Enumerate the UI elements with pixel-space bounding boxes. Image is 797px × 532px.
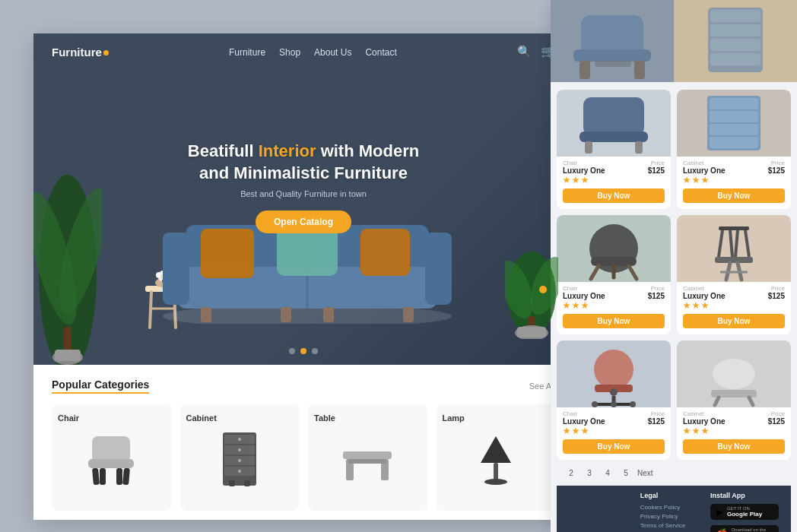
svg-rect-77 — [635, 141, 643, 154]
hero-dot-3[interactable] — [312, 348, 318, 354]
page-5[interactable]: 5 — [619, 466, 633, 480]
svg-line-91 — [730, 230, 732, 257]
hero-title-accent: Interior — [259, 141, 316, 160]
buy-now-btn-3[interactable]: Buy Now — [563, 314, 665, 328]
svg-rect-76 — [585, 141, 592, 154]
product-name-price-row-1: Luxury One $125 — [563, 166, 665, 175]
svg-rect-75 — [579, 131, 648, 142]
star-1-3 — [581, 176, 589, 184]
product-hero-strip — [551, 0, 797, 82]
svg-rect-54 — [244, 480, 250, 486]
svg-rect-30 — [403, 307, 414, 322]
star-2-1 — [683, 176, 691, 184]
svg-rect-82 — [710, 137, 758, 148]
product-stars-1 — [563, 176, 665, 184]
category-lamp-img — [465, 429, 526, 489]
nav-shop[interactable]: Shop — [279, 45, 300, 59]
nav-furniture-link[interactable]: Furniture — [229, 47, 265, 58]
svg-rect-73 — [674, 0, 797, 82]
nav-shop-link[interactable]: Shop — [279, 47, 300, 58]
svg-rect-29 — [323, 307, 334, 322]
footer-legal-title: Legal — [640, 492, 687, 499]
search-icon[interactable]: 🔍 — [517, 45, 532, 59]
svg-rect-5 — [55, 350, 81, 361]
product-info-2: Cabinet Price Luxury One $125 — [677, 157, 791, 184]
category-table-img — [337, 429, 398, 489]
svg-rect-41 — [122, 468, 130, 486]
product-name-price-row-5: Luxury One $125 — [563, 417, 665, 426]
nav-about[interactable]: About Us — [314, 45, 351, 59]
footer-legal-col: Legal Cookies Policy Privacy Policy Term… — [640, 492, 687, 532]
product-labels-4: Cabinet Price — [683, 285, 785, 292]
buy-now-btn-6[interactable]: Buy Now — [683, 439, 785, 454]
product-stars-2 — [683, 176, 785, 184]
svg-rect-88 — [719, 226, 749, 230]
nav-about-link[interactable]: About Us — [314, 47, 351, 58]
svg-rect-40 — [92, 468, 100, 486]
google-play-badge[interactable]: ▶ GET IT ON Google Play — [710, 504, 779, 520]
product-card-1[interactable]: Chair Price Luxury One $125 Buy Now — [557, 90, 671, 209]
footer-terms[interactable]: Terms of Service — [640, 522, 687, 529]
buy-now-btn-5[interactable]: Buy Now — [563, 439, 665, 454]
category-lamp-name: Lamp — [443, 413, 465, 423]
category-table[interactable]: Table — [308, 404, 427, 511]
svg-rect-74 — [583, 97, 644, 135]
logo[interactable]: Furniture — [52, 46, 109, 59]
svg-rect-24 — [201, 229, 254, 278]
nav-contact[interactable]: Contact — [365, 45, 396, 59]
svg-rect-21 — [163, 233, 189, 305]
svg-rect-43 — [116, 468, 122, 485]
open-catalog-button[interactable]: Open Catalog — [256, 211, 351, 233]
product-img-1 — [557, 90, 671, 157]
svg-rect-55 — [343, 451, 392, 459]
product-price-2: $125 — [768, 166, 785, 175]
hero-dot-2[interactable] — [300, 348, 306, 354]
nav-furniture[interactable]: Furniture — [229, 45, 265, 59]
product-info-1: Chair Price Luxury One $125 — [557, 157, 671, 184]
product-card-2[interactable]: Cabinet Price Luxury One $125 Buy Now — [677, 90, 791, 209]
footer-cookies[interactable]: Cookies Policy — [640, 504, 687, 511]
price-label-6: Price — [771, 410, 785, 417]
buy-now-btn-1[interactable]: Buy Now — [563, 188, 665, 203]
hero-content: Beatifull Interior with Modern and Minim… — [188, 141, 419, 233]
page-2[interactable]: 2 — [564, 466, 578, 480]
product-img-3 — [557, 215, 671, 282]
product-name-price-row-3: Luxury One $125 — [563, 292, 665, 300]
category-cabinet[interactable]: Cabinet — [180, 404, 300, 511]
star-6-2 — [692, 427, 700, 435]
star-5-3 — [581, 427, 589, 435]
product-price-4: $125 — [768, 292, 785, 300]
hero-subtitle: Best and Quality Furniture in town — [188, 189, 419, 198]
product-labels-1: Chair Price — [563, 160, 665, 166]
svg-rect-79 — [710, 98, 758, 109]
buy-now-btn-2[interactable]: Buy Now — [683, 188, 785, 203]
nav-icons: 🔍 🛒 — [517, 45, 555, 59]
star-4-3 — [701, 302, 709, 309]
product-price-6: $125 — [768, 417, 785, 426]
product-card-3[interactable]: Chair Price Luxury One $125 Buy Now — [557, 215, 671, 334]
page-3[interactable]: 3 — [583, 466, 596, 480]
svg-line-92 — [735, 230, 738, 257]
page-4[interactable]: 4 — [601, 466, 614, 480]
hero-dot-1[interactable] — [289, 348, 295, 354]
nav-contact-link[interactable]: Contact — [365, 47, 396, 58]
product-type-1: Chair — [563, 160, 577, 166]
footer-privacy[interactable]: Privacy Policy — [640, 513, 687, 520]
product-card-5[interactable]: Chair Price Luxury One $125 Buy Now — [557, 340, 671, 460]
svg-point-97 — [594, 350, 633, 389]
product-name-6: Luxury One — [683, 417, 726, 426]
category-chair[interactable]: Chair — [52, 404, 171, 511]
products-scroll-area[interactable]: Chair Price Luxury One $125 Buy Now — [551, 82, 797, 532]
product-card-4[interactable]: Cabinet Price Luxury One $125 Buy Now — [677, 215, 791, 334]
svg-point-37 — [539, 286, 547, 293]
buy-now-btn-4[interactable]: Buy Now — [683, 314, 785, 328]
product-card-6[interactable]: Cabinet Price Luxury One $125 Buy Now — [677, 340, 791, 460]
svg-rect-39 — [88, 459, 134, 468]
star-4-1 — [683, 302, 691, 309]
app-store-badge[interactable]: 🍎 Download on the App Store — [710, 525, 779, 532]
pagination: 2 3 4 5 Next — [557, 460, 791, 486]
category-lamp[interactable]: Lamp — [437, 404, 556, 511]
app-store-text: Download on the App Store — [732, 527, 766, 532]
svg-rect-22 — [425, 233, 452, 305]
page-next[interactable]: Next — [637, 469, 653, 477]
